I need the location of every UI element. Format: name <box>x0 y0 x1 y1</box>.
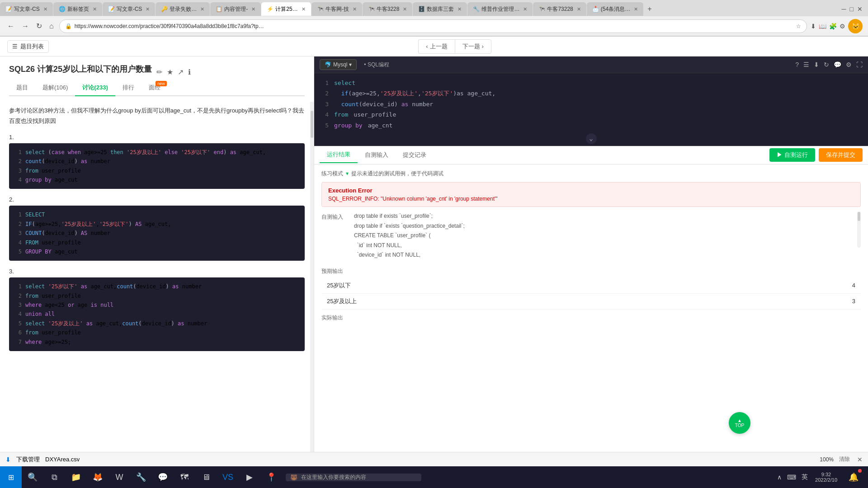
tab-close-1[interactable]: ✕ <box>43 6 47 12</box>
refresh-editor-icon[interactable]: ↻ <box>824 61 829 68</box>
code-editor[interactable]: 1 select 2 if(age>=25,'25岁及以上','25岁以下')a… <box>314 73 868 135</box>
share-icon[interactable]: ↗ <box>178 68 184 76</box>
minimize-button[interactable]: ─ <box>842 5 846 13</box>
tab-solution[interactable]: 题解(106) <box>35 80 75 95</box>
tab-3[interactable]: 📝 写文章-CS ✕ <box>103 2 156 16</box>
code-num-3: 3. <box>9 268 305 275</box>
prev-button[interactable]: ‹ 上一题 <box>418 39 454 54</box>
help-icon[interactable]: ? <box>795 61 799 68</box>
restore-button[interactable]: □ <box>850 5 854 13</box>
tab-close-5[interactable]: ✕ <box>251 6 255 12</box>
tab-10[interactable]: 🔧 维普作业管理… ✕ <box>467 2 533 16</box>
tab-discussion[interactable]: 讨论(233) <box>75 80 115 96</box>
taskbar-keyboard-icon[interactable]: ⌨ <box>785 472 798 483</box>
db-selector[interactable]: 🐬 Mysql ▾ <box>320 59 357 70</box>
close-download-bar-button[interactable]: ✕ <box>857 456 863 463</box>
taskbar-system[interactable]: 🖥 <box>195 466 217 488</box>
tab-9[interactable]: 🗄️ 数据库三套 ✕ <box>413 2 467 16</box>
settings-editor-icon[interactable]: ⚙ <box>846 61 852 68</box>
tab-close-12[interactable]: ✕ <box>634 6 638 12</box>
tab-12[interactable]: 📩 (54条消息… ✕ <box>587 2 643 16</box>
taskbar-task-view[interactable]: ⧉ <box>43 466 65 488</box>
tab-close-7[interactable]: ✕ <box>353 6 357 12</box>
practice-mode-toggle[interactable]: ▾ <box>346 170 349 177</box>
bookmark-icon[interactable]: ☆ <box>796 23 801 29</box>
taskbar-explorer[interactable]: 📁 <box>65 466 87 488</box>
tab-8[interactable]: 🐄 牛客3228 ✕ <box>363 2 413 16</box>
taskbar-word[interactable]: W <box>108 466 130 488</box>
chevron-down-icon: ▾ <box>349 61 352 68</box>
tab-1[interactable]: 📝 写文章-CS ✕ <box>0 2 53 16</box>
taskbar-map[interactable]: 🗺 <box>174 466 195 488</box>
left-panel-scrollbar[interactable] <box>310 102 314 467</box>
tab-label-7: 牛客网-技 <box>326 5 349 13</box>
download-icon[interactable]: ⬇ <box>814 61 819 68</box>
top-button[interactable]: ▲ TOP <box>729 412 750 434</box>
tab-label-9: 数据库三套 <box>427 5 454 13</box>
back-button[interactable]: ← <box>5 20 16 32</box>
download-manager-label[interactable]: 下载管理 <box>16 455 40 464</box>
taskbar-search-bar[interactable]: 🐻 在这里输入你要搜索的内容 <box>286 474 421 481</box>
tab-close-2[interactable]: ✕ <box>93 6 97 12</box>
clear-button[interactable]: 清除 <box>839 455 850 463</box>
edit-icon[interactable]: ✏ <box>156 68 162 76</box>
notification-button[interactable]: 🔔 <box>843 466 864 488</box>
settings-icon[interactable]: ⚙ <box>840 23 845 30</box>
tab-close-3[interactable]: ✕ <box>146 6 150 12</box>
taskbar-wechat[interactable]: 💬 <box>152 466 174 488</box>
tab-close-11[interactable]: ✕ <box>577 6 581 12</box>
tab-ranking[interactable]: 排行 <box>115 80 142 95</box>
run-tab-result[interactable]: 运行结果 <box>320 147 358 163</box>
extension-icon[interactable]: 🧩 <box>829 23 837 30</box>
tab-2[interactable]: 🌐 新标签页 ✕ <box>53 2 102 16</box>
download-filename[interactable]: DXYArea.csv <box>45 456 80 463</box>
download-toolbar-icon[interactable]: ⬇ <box>811 23 816 30</box>
forward-button[interactable]: → <box>20 20 31 32</box>
new-tab-button[interactable]: + <box>644 3 655 15</box>
tab-4[interactable]: 🔑 登录失败… ✕ <box>156 2 210 16</box>
tab-5[interactable]: 📋 内容管理- ✕ <box>210 2 261 16</box>
start-button[interactable]: ⊞ <box>0 466 22 488</box>
taskbar-git[interactable]: 🔧 <box>130 466 152 488</box>
taskbar-vscode[interactable]: VS <box>217 466 239 488</box>
tab-close-8[interactable]: ✕ <box>403 6 407 12</box>
run-tab-selftest[interactable]: 自测输入 <box>358 147 396 163</box>
refresh-button[interactable]: ↻ <box>34 20 44 32</box>
tab-close-10[interactable]: ✕ <box>523 6 527 12</box>
taskbar-media[interactable]: ▶ <box>239 466 260 488</box>
comment-icon[interactable]: 💬 <box>834 61 841 68</box>
new-badge: new <box>156 81 167 86</box>
next-button[interactable]: 下一题 › <box>455 39 491 54</box>
taskbar-pinned-icons: 🔍 ⧉ 📁 🦊 W 🔧 💬 🗺 🖥 VS ▶ <box>22 466 282 488</box>
expand-editor-button[interactable]: ⌄ <box>586 133 597 144</box>
tab-close-6[interactable]: ✕ <box>302 6 306 12</box>
tab-interview[interactable]: 面经 new <box>142 80 168 95</box>
save-submit-button[interactable]: 保存并提交 <box>819 148 863 162</box>
tab-11[interactable]: 🐄 牛客73228 ✕ <box>533 2 586 16</box>
tab-problem[interactable]: 题目 <box>9 80 35 95</box>
run-button[interactable]: ▶ 自测运行 <box>769 148 815 162</box>
star-icon[interactable]: ★ <box>167 68 173 76</box>
taskbar-search-button[interactable]: 🔍 <box>22 466 43 488</box>
list-icon[interactable]: ☰ <box>803 61 809 68</box>
info-icon[interactable]: ℹ <box>188 68 191 76</box>
menu-button[interactable]: ☰ 题目列表 <box>7 40 49 53</box>
tab-7[interactable]: 🐄 牛客网-技 ✕ <box>311 2 362 16</box>
taskbar-firefox[interactable]: 🦊 <box>87 466 108 488</box>
run-tab-history[interactable]: 提交记录 <box>396 147 434 163</box>
self-test-scrollbar[interactable] <box>857 211 861 260</box>
tab-6[interactable]: ⚡ 计算25… ✕ <box>261 2 311 16</box>
tab-close-9[interactable]: ✕ <box>458 6 462 12</box>
tab-close-4[interactable]: ✕ <box>200 6 204 12</box>
taskbar-map2[interactable]: 📍 <box>260 466 282 488</box>
profile-avatar[interactable]: 🐱 <box>848 19 863 33</box>
taskbar-clock[interactable]: 9:32 2022/2/10 <box>811 472 841 483</box>
taskbar-lang-icon[interactable]: 英 <box>800 471 810 483</box>
tab-label-11: 牛客73228 <box>547 5 573 13</box>
url-input[interactable]: 🔒 https://www.nowcoder.com/practice/30f9… <box>59 19 807 33</box>
fullscreen-icon[interactable]: ⛶ <box>856 61 863 68</box>
close-button[interactable]: ✕ <box>857 5 863 13</box>
taskbar-arrow-up[interactable]: ∧ <box>775 472 783 483</box>
home-button[interactable]: ⌂ <box>47 20 56 32</box>
reading-mode-icon[interactable]: 📖 <box>819 23 826 30</box>
